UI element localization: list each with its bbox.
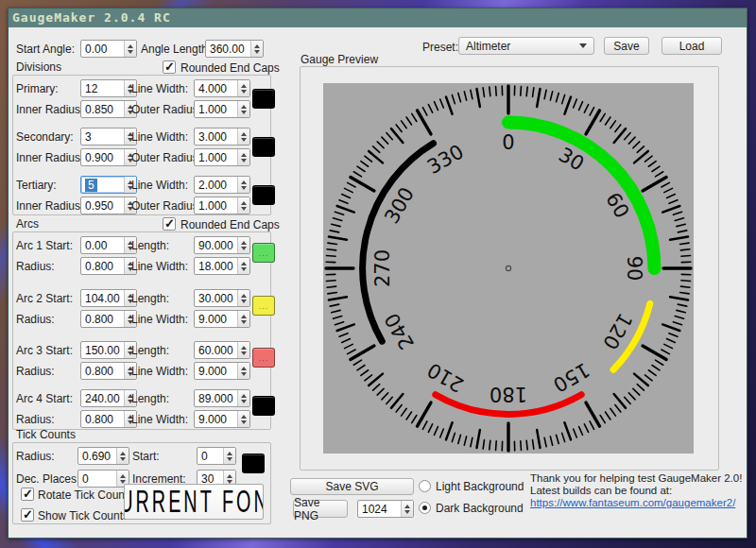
png-size-input[interactable]: 1024 (357, 500, 414, 518)
down-arrow-icon (241, 207, 247, 211)
tick-radius-label: Radius: (16, 450, 55, 463)
tertiary-outer-radius-input[interactable]: 1.000 (194, 197, 250, 214)
divisions-rounded-caps-label: Rounded End Caps (180, 61, 280, 75)
gauge-preview-title: Gauge Preview (301, 53, 378, 66)
rotate-tick-counts-checkbox[interactable] (21, 488, 34, 501)
spin-buttons[interactable] (237, 363, 249, 379)
secondary-inner-radius-input[interactable]: 0.900 (80, 148, 137, 166)
svg-text:240: 240 (380, 309, 419, 353)
arc1-radius-input[interactable]: 0.800 (80, 257, 137, 275)
ellipsis-label: ... (259, 304, 269, 308)
arc4-length-input[interactable]: 89.000 (194, 389, 250, 407)
secondary-outer-radius-input[interactable]: 1.000 (194, 148, 250, 166)
builds-link[interactable]: https://www.fantaseum.com/gaugemaker2/ (530, 497, 735, 508)
arc1-length-input[interactable]: 90.000 (194, 236, 250, 254)
secondary-color-swatch[interactable] (252, 137, 275, 157)
spin-buttons[interactable] (237, 197, 249, 214)
dec-places-input[interactable]: 0 (77, 470, 129, 488)
start-angle-input[interactable]: 0.00 (80, 40, 137, 58)
show-tick-counts-label: Show Tick Counts (38, 509, 129, 522)
show-tick-counts-checkbox[interactable] (21, 508, 34, 522)
ellipsis-label: ... (259, 251, 269, 255)
secondary-linewidth-input[interactable]: 3.000 (194, 128, 250, 146)
primary-inner-radius-label: Inner Radius: (16, 103, 83, 116)
preset-save-button[interactable]: Save (604, 37, 649, 55)
primary-inner-radius-input[interactable]: 0.850 (80, 100, 137, 118)
thanks-line1: Thank you for helping test GaugeMaker 2.… (530, 472, 746, 485)
spin-buttons[interactable] (237, 411, 249, 427)
arc2-length-input[interactable]: 30.000 (194, 289, 250, 307)
divisions-rounded-caps-checkbox[interactable] (163, 60, 176, 74)
tick-start-label: Start: (132, 450, 160, 463)
arc4-linewidth-input[interactable]: 9.000 (194, 410, 250, 428)
up-arrow-icon (241, 132, 247, 136)
save-svg-button[interactable]: Save SVG (290, 478, 414, 495)
title-bar[interactable]: GaugeMaker 2.0.4 RC (9, 9, 747, 27)
arc3-linewidth-input[interactable]: 9.000 (194, 362, 250, 380)
tick-start-input[interactable]: 0 (197, 447, 236, 465)
primary-linewidth-input[interactable]: 4.000 (194, 79, 250, 97)
up-arrow-icon (241, 201, 247, 205)
arc1-color-button[interactable]: ... (252, 243, 275, 263)
spin-buttons[interactable] (237, 128, 249, 145)
dark-background-label: Dark Background (436, 502, 524, 515)
spin-buttons[interactable] (223, 448, 235, 464)
arc4-start-input[interactable]: 240.00 (80, 389, 137, 407)
arc4-linewidth-label: Line Width: (131, 413, 188, 426)
arc1-start-input[interactable]: 0.00 (80, 236, 137, 254)
arc3-linewidth-label: Line Width: (131, 365, 188, 378)
arc2-linewidth-input[interactable]: 9.000 (194, 310, 250, 328)
spin-buttons[interactable] (237, 258, 249, 274)
arc4-color-button[interactable] (252, 396, 275, 416)
tick-color-swatch[interactable] (242, 454, 265, 473)
spin-buttons[interactable] (237, 80, 249, 96)
primary-color-swatch[interactable] (252, 89, 275, 109)
save-png-button[interactable]: Save PNG (293, 500, 348, 518)
spin-buttons[interactable] (250, 41, 263, 57)
spin-buttons[interactable] (237, 177, 249, 193)
arcs-rounded-caps-checkbox[interactable] (163, 217, 176, 231)
font-preview-button[interactable]: CURRENT FONT (124, 484, 264, 520)
spin-buttons[interactable] (237, 101, 249, 117)
up-arrow-icon (241, 346, 247, 350)
preset-dropdown[interactable]: Altimeter (458, 37, 594, 55)
down-arrow-icon (241, 420, 247, 424)
arc3-color-button[interactable]: ... (252, 348, 275, 368)
primary-count-input[interactable]: 12 (80, 79, 137, 97)
up-arrow-icon (241, 394, 247, 398)
tertiary-count-input[interactable]: 5 (80, 176, 137, 194)
arc3-radius-input[interactable]: 0.800 (80, 362, 137, 380)
spin-buttons[interactable] (116, 448, 129, 464)
primary-outer-radius-input[interactable]: 1.000 (194, 100, 250, 118)
arc2-linewidth-label: Line Width: (131, 313, 188, 326)
divisions-title: Divisions (16, 60, 61, 74)
spin-buttons[interactable] (237, 290, 249, 306)
tertiary-color-swatch[interactable] (252, 185, 275, 205)
arc2-color-button[interactable]: ... (252, 296, 275, 316)
spin-buttons[interactable] (237, 237, 249, 253)
secondary-count-input[interactable]: 3 (80, 128, 137, 146)
spin-buttons[interactable] (237, 342, 249, 358)
tick-radius-input[interactable]: 0.690 (77, 447, 129, 465)
arc3-radius-label: Radius: (16, 365, 55, 378)
down-arrow-icon (128, 50, 133, 54)
arc2-start-label: Arc 2 Start: (16, 292, 73, 305)
preset-load-button[interactable]: Load (662, 37, 722, 55)
arc2-start-input[interactable]: 104.00 (80, 289, 137, 307)
angle-length-input[interactable]: 360.00 (205, 40, 264, 58)
spin-buttons[interactable] (237, 149, 249, 165)
spin-buttons[interactable] (237, 311, 249, 327)
light-background-radio[interactable] (419, 480, 431, 492)
arc1-linewidth-input[interactable]: 18.000 (194, 257, 250, 275)
dark-background-radio[interactable] (419, 502, 431, 514)
arc2-radius-input[interactable]: 0.800 (80, 310, 137, 328)
arc3-start-input[interactable]: 150.00 (80, 341, 137, 359)
arc3-length-input[interactable]: 60.000 (194, 341, 250, 359)
tertiary-inner-radius-input[interactable]: 0.950 (80, 197, 137, 214)
up-arrow-icon (241, 294, 247, 298)
tertiary-linewidth-input[interactable]: 2.000 (194, 176, 250, 194)
arc4-radius-input[interactable]: 0.800 (80, 410, 137, 428)
spin-buttons[interactable] (401, 501, 413, 517)
spin-buttons[interactable] (124, 41, 136, 57)
spin-buttons[interactable] (237, 390, 249, 406)
